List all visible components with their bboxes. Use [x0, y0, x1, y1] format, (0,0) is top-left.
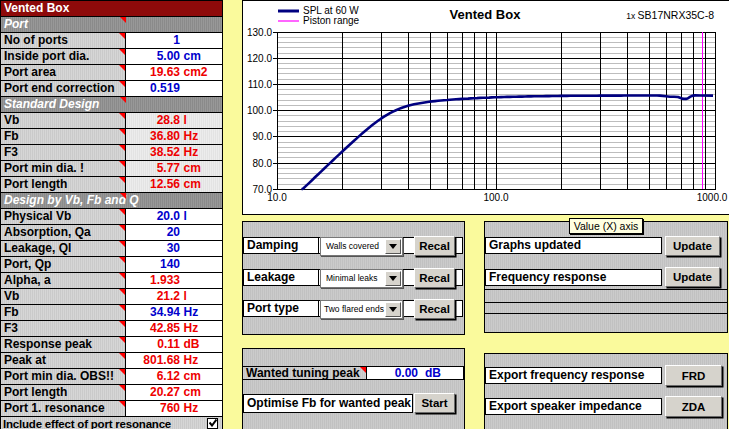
- svg-text:110.0: 110.0: [248, 79, 273, 90]
- svg-text:1000.0: 1000.0: [697, 192, 728, 203]
- svg-text:90.0: 90.0: [253, 131, 273, 142]
- svg-text:Piston range: Piston range: [303, 15, 360, 26]
- svg-text:100.0: 100.0: [247, 105, 272, 116]
- svg-text:80.0: 80.0: [253, 158, 273, 169]
- svg-text:120.0: 120.0: [247, 53, 272, 64]
- svg-text:100.0: 100.0: [483, 192, 508, 203]
- svg-text:10.0: 10.0: [267, 192, 287, 203]
- svg-text:130.0: 130.0: [247, 27, 272, 38]
- svg-text:1x SB17NRX35C-8: 1x SB17NRX35C-8: [626, 9, 714, 21]
- svg-text:Vented Box: Vented Box: [450, 7, 522, 22]
